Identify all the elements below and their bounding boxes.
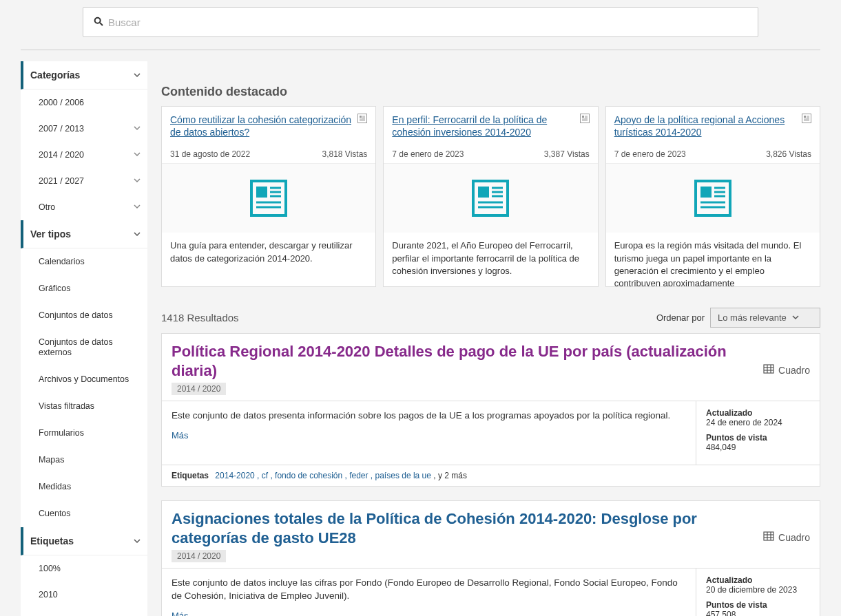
sidebar-item-viewtype[interactable]: Medidas <box>21 474 147 500</box>
sidebar-item-viewtype[interactable]: Conjuntos de datos <box>21 302 147 329</box>
featured-card-title[interactable]: Apoyo de la política regional a Acciones… <box>614 114 798 138</box>
more-link[interactable]: Más <box>172 610 189 616</box>
sidebar-item-category[interactable]: 2021 / 2027 <box>21 168 147 194</box>
sidebar-header-label: Ver tipos <box>30 229 71 240</box>
result-card: Política Regional 2014-2020 Detalles de … <box>161 333 820 487</box>
featured-card-title[interactable]: Cómo reutilizar la cohesión categorizaci… <box>170 114 353 138</box>
result-description: Este conjunto de datos incluye las cifra… <box>172 577 686 603</box>
result-category-badge[interactable]: 2014 / 2020 <box>172 550 226 562</box>
featured-card-thumbnail <box>384 164 597 233</box>
result-card: Asignaciones totales de la Política de C… <box>161 500 820 616</box>
sidebar-item-label: Mapas <box>39 455 65 465</box>
chevron-down-icon <box>134 202 141 212</box>
sidebar-item-viewtype[interactable]: Conjuntos de datos externos <box>21 329 147 366</box>
featured-card-thumbnail <box>162 164 375 233</box>
story-type-icon <box>580 114 590 123</box>
svg-line-1 <box>100 23 103 25</box>
sidebar-item-label: 2010 <box>39 590 58 599</box>
sidebar-item-category[interactable]: 2007 / 2013 <box>21 116 147 142</box>
sidebar-item-label: 100% <box>39 564 61 573</box>
svg-rect-31 <box>696 181 730 215</box>
result-category-badge[interactable]: 2014 / 2020 <box>172 383 226 395</box>
search-box[interactable] <box>83 7 758 37</box>
sidebar-item-label: Calendarios <box>39 257 85 267</box>
sidebar-item-label: Otro <box>39 202 55 212</box>
sidebar-item-label: 2021 / 2027 <box>39 176 84 186</box>
sort-dropdown[interactable]: Lo más relevante <box>710 308 820 328</box>
sidebar-item-category[interactable]: Otro <box>21 194 147 220</box>
chevron-down-icon <box>134 176 141 186</box>
chevron-down-icon <box>134 229 141 240</box>
more-link[interactable]: Más <box>172 429 189 442</box>
svg-rect-20 <box>478 187 489 198</box>
sidebar-item-label: 2007 / 2013 <box>39 124 84 134</box>
search-icon <box>89 16 108 29</box>
result-title[interactable]: Asignaciones totales de la Política de C… <box>172 509 749 547</box>
main-content: Contenido destacado Cómo reutilizar la c… <box>161 61 820 616</box>
svg-rect-2 <box>360 116 362 118</box>
featured-card-description: Una guía para entender, descargar y reut… <box>162 233 375 286</box>
featured-card[interactable]: Cómo reutilizar la cohesión categorizaci… <box>161 106 376 287</box>
featured-card-views: 3,818 Vistas <box>322 149 368 159</box>
chevron-down-icon <box>134 150 141 160</box>
result-type: Cuadro <box>763 342 810 395</box>
sidebar-item-label: 2000 / 2006 <box>39 98 84 107</box>
featured-card-thumbnail <box>606 164 820 233</box>
featured-card-date: 7 de enero de 2023 <box>392 149 464 159</box>
results-count: 1418 Resultados <box>161 312 239 323</box>
sidebar-item-viewtype[interactable]: Formularios <box>21 420 147 447</box>
sort-value: Lo más relevante <box>718 312 787 323</box>
sidebar-item-viewtype[interactable]: Calendarios <box>21 248 147 275</box>
search-input[interactable] <box>108 17 752 28</box>
result-title[interactable]: Política Regional 2014-2020 Detalles de … <box>172 342 749 380</box>
result-meta: Actualizado20 de diciembre de 2023Puntos… <box>696 569 820 616</box>
svg-rect-38 <box>764 365 773 373</box>
svg-rect-8 <box>256 187 267 198</box>
sidebar-item-viewtype[interactable]: Gráficos <box>21 275 147 302</box>
svg-rect-14 <box>582 116 584 118</box>
sidebar-header-label: Categorías <box>30 70 80 81</box>
sidebar-item-category[interactable]: 2014 / 2020 <box>21 142 147 168</box>
sidebar-header-categories[interactable]: Categorías <box>21 61 147 89</box>
sidebar-item-label: Conjuntos de datos externos <box>39 337 141 358</box>
tag-link[interactable]: 2014-2020 , cf , fondo de cohesión , fed… <box>215 471 431 480</box>
sidebar-item-viewtype[interactable]: Vistas filtradas <box>21 393 147 420</box>
sidebar-item-tag[interactable]: 100% <box>21 555 147 582</box>
featured-card-date: 7 de enero de 2023 <box>614 149 686 159</box>
sidebar-header-tags[interactable]: Etiquetas <box>21 527 147 555</box>
chevron-down-icon <box>134 535 141 546</box>
sidebar-item-viewtype[interactable]: Cuentos <box>21 500 147 527</box>
sidebar-item-label: Archivos y Documentos <box>39 374 129 385</box>
featured-card-views: 3,826 Vistas <box>766 149 811 159</box>
search-bar-area <box>21 7 820 50</box>
sidebar-item-label: Formularios <box>39 428 84 438</box>
result-type: Cuadro <box>763 509 810 562</box>
sidebar-item-label: Conjuntos de datos <box>39 310 113 321</box>
featured-card-views: 3,387 Vistas <box>544 149 590 159</box>
sidebar-item-viewtype[interactable]: Archivos y Documentos <box>21 366 147 393</box>
result-meta: Actualizado24 de enero de 2024Puntos de … <box>696 401 820 465</box>
sidebar-item-viewtype[interactable]: Mapas <box>21 447 147 474</box>
sidebar-header-viewtypes[interactable]: Ver tipos <box>21 220 147 248</box>
svg-rect-26 <box>804 116 806 118</box>
sidebar-item-label: Cuentos <box>39 509 71 519</box>
sidebar: Categorías 2000 / 20062007 / 20132014 / … <box>21 61 147 616</box>
featured-heading: Contenido destacado <box>161 85 820 99</box>
result-description: Este conjunto de datos presenta informac… <box>172 410 686 423</box>
story-type-icon <box>357 114 367 123</box>
table-icon <box>763 363 774 376</box>
featured-card-description: Europa es la región más visitada del mun… <box>606 233 820 286</box>
result-tags: Etiquetas 2014-2020 , cf , fondo de cohe… <box>162 465 820 486</box>
story-type-icon <box>802 114 811 123</box>
svg-rect-19 <box>473 181 508 215</box>
featured-card-title[interactable]: En perfil: Ferrocarril de la política de… <box>392 114 575 138</box>
svg-rect-7 <box>251 181 286 215</box>
sort-label: Ordenar por <box>656 312 705 323</box>
featured-card-date: 31 de agosto de 2022 <box>170 149 250 159</box>
sidebar-item-label: Vistas filtradas <box>39 401 94 412</box>
featured-card[interactable]: Apoyo de la política regional a Acciones… <box>605 106 820 287</box>
sidebar-item-tag[interactable]: 2010 <box>21 582 147 608</box>
sidebar-item-category[interactable]: 2000 / 2006 <box>21 89 147 116</box>
featured-card[interactable]: En perfil: Ferrocarril de la política de… <box>383 106 598 287</box>
chevron-down-icon <box>792 312 799 323</box>
